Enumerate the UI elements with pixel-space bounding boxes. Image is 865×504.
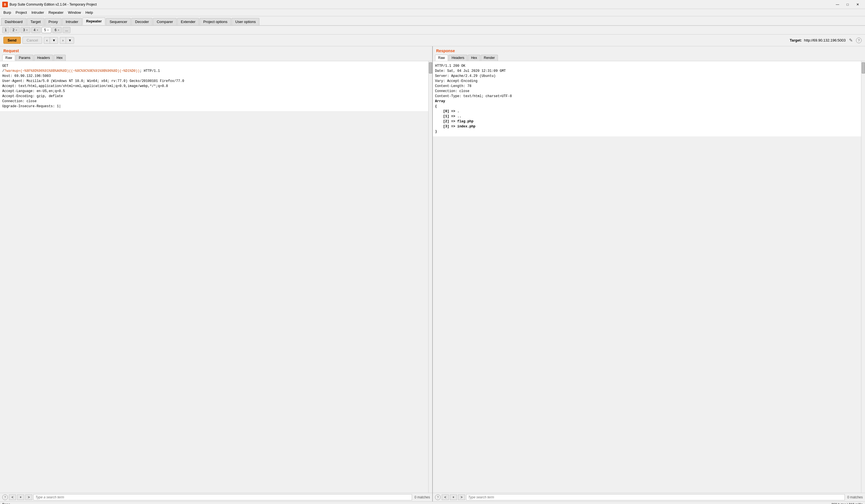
request-tab-headers[interactable]: Headers bbox=[34, 55, 53, 61]
main-tab-target[interactable]: Target bbox=[27, 18, 44, 25]
minimize-button[interactable]: ― bbox=[832, 0, 843, 9]
cancel-button[interactable]: Cancel bbox=[22, 37, 42, 44]
response-search-help-button[interactable]: ? bbox=[435, 494, 441, 500]
nav-next-group: › ▼ bbox=[60, 37, 74, 44]
response-tab-render[interactable]: Render bbox=[481, 55, 498, 61]
target-label: Target: bbox=[790, 38, 802, 43]
close-button[interactable]: ✕ bbox=[853, 0, 863, 9]
response-line-12: [2] => flag.php bbox=[435, 119, 859, 124]
sub-tab-close-5[interactable]: × bbox=[47, 28, 49, 32]
nav-prev-drop-button[interactable]: ▼ bbox=[50, 37, 58, 44]
main-tab-user-options[interactable]: User options bbox=[232, 18, 260, 25]
sub-tab-3[interactable]: 3 × bbox=[21, 27, 30, 33]
response-search-prev-button[interactable]: < bbox=[442, 494, 449, 500]
sub-tab-5[interactable]: 5 × bbox=[42, 27, 51, 33]
response-tabs: RawHeadersHexRender bbox=[433, 54, 865, 61]
sub-tab-close-6[interactable]: × bbox=[58, 28, 59, 32]
menu-item-help[interactable]: Help bbox=[83, 10, 95, 15]
status-left: Done bbox=[2, 503, 10, 504]
menu-item-project[interactable]: Project bbox=[13, 10, 29, 15]
titlebar: B Burp Suite Community Edition v2.1.04 -… bbox=[0, 0, 865, 9]
request-search-bar: ? < + > 0 matches bbox=[0, 493, 432, 502]
response-line-1: Date: Sat, 04 Jul 2020 12:31:09 GMT bbox=[435, 69, 859, 73]
response-scrollbar[interactable] bbox=[861, 61, 865, 493]
sub-tab-6[interactable]: 6 × bbox=[52, 27, 62, 33]
response-line-6: Content-Type: text/html; charset=UTF-8 bbox=[435, 94, 859, 99]
response-panel: Response RawHeadersHexRender HTTP/1.1 20… bbox=[433, 46, 865, 502]
sub-tab-close-2[interactable]: × bbox=[15, 28, 17, 32]
request-content[interactable]: GET/?warmup=(~%8F%8D%96%91%8B%A0%8D)((~%… bbox=[0, 61, 428, 111]
response-search-bar: ? < + > 0 matches bbox=[433, 493, 865, 502]
response-tab-headers[interactable]: Headers bbox=[449, 55, 467, 61]
request-search-help-button[interactable]: ? bbox=[2, 494, 8, 500]
menu-item-window[interactable]: Window bbox=[66, 10, 83, 15]
status-right: 268 bytes | 310 millis bbox=[831, 503, 863, 504]
response-line-9: ( bbox=[435, 104, 859, 109]
main-tab-dashboard[interactable]: Dashboard bbox=[1, 18, 26, 25]
request-line-5: Accept-Language: en-US,en;q=0.5 bbox=[2, 89, 426, 94]
main-tab-extender[interactable]: Extender bbox=[177, 18, 199, 25]
main-tab-project-options[interactable]: Project options bbox=[199, 18, 231, 25]
sub-tab-close-4[interactable]: × bbox=[36, 28, 38, 32]
nav-next-drop-button[interactable]: ▼ bbox=[66, 37, 74, 44]
menu-item-intruder[interactable]: Intruder bbox=[29, 10, 46, 15]
request-line-1: /?warmup=(~%8F%8D%96%91%8B%A0%8D)((~%8C%… bbox=[2, 69, 426, 73]
request-search-prev-button[interactable]: < bbox=[9, 494, 16, 500]
send-button[interactable]: Send bbox=[3, 37, 21, 44]
target-info: Target: http://69.90.132.196:5003 ✎ ? bbox=[790, 37, 862, 44]
response-search-input[interactable] bbox=[466, 494, 845, 500]
response-tab-hex[interactable]: Hex bbox=[468, 55, 480, 61]
request-header: Request bbox=[0, 46, 432, 54]
request-tab-hex[interactable]: Hex bbox=[54, 55, 66, 61]
request-line-7: Connection: close bbox=[2, 99, 426, 104]
main-tab-comparer[interactable]: Comparer bbox=[153, 18, 176, 25]
response-line-11: [1] => .. bbox=[435, 114, 859, 119]
sub-tabs: 12 ×3 ×4 ×5 ×6 ×... bbox=[0, 26, 865, 35]
maximize-button[interactable]: □ bbox=[843, 0, 853, 9]
response-search-next-button[interactable]: + bbox=[450, 494, 457, 500]
sub-tab-1[interactable]: 1 bbox=[2, 27, 9, 33]
response-line-3: Vary: Accept-Encoding bbox=[435, 79, 859, 84]
sub-tab-4[interactable]: 4 × bbox=[31, 27, 41, 33]
request-scrollbar[interactable] bbox=[428, 61, 432, 493]
response-search-forward-button[interactable]: > bbox=[458, 494, 465, 500]
response-scrollbar-thumb[interactable] bbox=[862, 62, 865, 73]
menubar: BurpProjectIntruderRepeaterWindowHelp bbox=[0, 9, 865, 16]
response-header: Response bbox=[433, 46, 865, 54]
request-line-2: Host: 69.90.132.196:5003 bbox=[2, 73, 426, 79]
request-tabs: RawParamsHeadersHex bbox=[0, 54, 432, 61]
main-tab-decoder[interactable]: Decoder bbox=[131, 18, 152, 25]
request-scrollbar-thumb[interactable] bbox=[429, 62, 432, 73]
response-scroll-wrap: HTTP/1.1 200 OKDate: Sat, 04 Jul 2020 12… bbox=[433, 61, 865, 493]
request-line-3: User-Agent: Mozilla/5.0 (Windows NT 10.0… bbox=[2, 79, 426, 84]
response-search-matches: 0 matches bbox=[846, 495, 863, 499]
request-tab-params[interactable]: Params bbox=[16, 55, 33, 61]
request-tab-raw[interactable]: Raw bbox=[2, 55, 15, 61]
sub-tab-...[interactable]: ... bbox=[62, 27, 70, 33]
response-line-10: [0] => . bbox=[435, 109, 859, 114]
nav-prev-button[interactable]: ‹ bbox=[44, 37, 50, 44]
request-search-forward-button[interactable]: > bbox=[25, 494, 32, 500]
menu-item-repeater[interactable]: Repeater bbox=[46, 10, 66, 15]
main-tab-intruder[interactable]: Intruder bbox=[62, 18, 82, 25]
request-search-next-button[interactable]: + bbox=[17, 494, 24, 500]
target-help-button[interactable]: ? bbox=[856, 38, 862, 43]
request-line-6: Accept-Encoding: gzip, deflate bbox=[2, 94, 426, 99]
statusbar: Done 268 bytes | 310 millis bbox=[0, 502, 865, 504]
edit-target-button[interactable]: ✎ bbox=[848, 37, 854, 44]
menu-item-burp[interactable]: Burp bbox=[1, 10, 13, 15]
request-search-input[interactable] bbox=[33, 494, 412, 500]
main-tab-sequencer[interactable]: Sequencer bbox=[106, 18, 131, 25]
response-content[interactable]: HTTP/1.1 200 OKDate: Sat, 04 Jul 2020 12… bbox=[433, 61, 861, 137]
request-scroll-wrap: GET/?warmup=(~%8F%8D%96%91%8B%A0%8D)((~%… bbox=[0, 61, 432, 493]
sub-tab-close-3[interactable]: × bbox=[26, 28, 28, 32]
main-tab-proxy[interactable]: Proxy bbox=[45, 18, 61, 25]
response-tab-raw[interactable]: Raw bbox=[435, 55, 448, 61]
window-title: Burp Suite Community Edition v2.1.04 - T… bbox=[10, 2, 832, 7]
response-line-14: ) bbox=[435, 129, 859, 134]
app-icon: B bbox=[2, 2, 8, 7]
response-content-scroll: HTTP/1.1 200 OKDate: Sat, 04 Jul 2020 12… bbox=[433, 61, 861, 493]
nav-next-button[interactable]: › bbox=[60, 37, 66, 44]
main-tab-repeater[interactable]: Repeater bbox=[82, 17, 105, 25]
sub-tab-2[interactable]: 2 × bbox=[10, 27, 20, 33]
